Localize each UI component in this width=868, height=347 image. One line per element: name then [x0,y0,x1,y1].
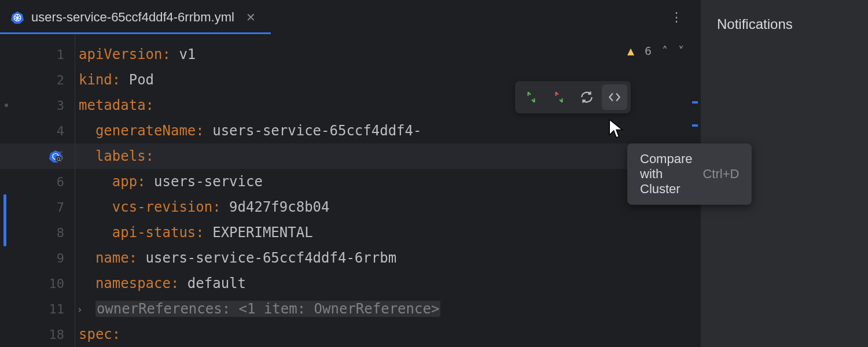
gutter-line[interactable]: 2 [0,67,75,93]
line-number: 6 [57,175,64,189]
yaml-value: users-service [154,174,263,190]
notifications-title: Notifications [717,16,852,32]
code-line[interactable]: api-status: EXPERIMENTAL [75,220,700,245]
yaml-value: users-service-65ccf4ddf4- [212,123,421,139]
scroll-mark [692,124,698,127]
gutter-line[interactable]: 7 [0,194,75,220]
breakpoint-dot [5,104,8,107]
yaml-key: namespace [95,275,171,291]
yaml-value: v1 [179,46,196,62]
kubernetes-line-icon[interactable] [49,149,62,163]
gutter: 1 2 3 4 5 6 7 8 9 10 11› 18 [0,35,75,347]
line-number: 1 [57,47,64,62]
code-line[interactable]: app: users-service [75,169,700,194]
yaml-value: users-service-65ccf4ddf4-6rrbm [146,250,396,266]
warning-count: 6 [645,44,652,58]
gutter-line[interactable]: 9 [0,245,75,271]
inspection-widget[interactable]: ▲ 6 ˄ ˅ [627,44,684,58]
tooltip-label: Compare with Cluster [640,152,692,197]
yaml-key: generateName [95,123,196,139]
line-number: 3 [57,98,64,113]
kubernetes-toolbar [515,81,631,113]
code-line[interactable]: ownerReferences: <1 item: OwnerReference… [75,296,700,322]
yaml-value: EXPERIMENTAL [212,224,312,241]
gutter-line[interactable]: 6 [0,169,75,194]
yaml-key: metadata [79,97,146,113]
tooltip-shortcut: Ctrl+D [703,167,739,182]
scroll-mark [692,101,698,104]
yaml-key: labels [95,148,146,164]
yaml-value: default [187,275,246,291]
line-number: 9 [57,251,64,265]
yaml-key: kind [79,72,112,88]
tab-filename: users-service-65ccf4ddf4-6rrbm.yml [31,10,234,25]
pull-from-cluster-button[interactable] [546,84,572,110]
code-line[interactable]: labels: [75,143,700,169]
line-number: 10 [49,276,65,291]
gutter-line[interactable]: 8 [0,220,75,245]
gutter-line[interactable]: 3 [0,93,75,118]
yaml-collapsed[interactable]: <1 item: OwnerReference> [239,301,440,317]
line-number: 8 [57,226,64,240]
code-line[interactable]: generateName: users-service-65ccf4ddf4- [75,118,700,143]
code-line[interactable]: namespace: default [75,271,700,296]
chevron-up-icon[interactable]: ˄ [662,44,668,58]
gutter-line[interactable]: 11› [0,296,75,322]
tooltip: Compare with Cluster Ctrl+D [627,143,752,205]
push-to-cluster-button[interactable] [518,84,544,110]
warning-icon: ▲ [627,44,634,58]
yaml-value: 9d427f9c8b04 [229,199,329,215]
line-number: 2 [57,73,64,87]
line-number: 4 [57,124,64,138]
code-line[interactable]: vcs-revision: 9d427f9c8b04 [75,194,700,220]
chevron-down-icon[interactable]: ˅ [678,44,684,58]
file-tab[interactable]: users-service-65ccf4ddf4-6rrbm.yml ✕ [0,0,271,34]
close-tab-button[interactable]: ✕ [241,8,260,27]
yaml-key: ownerReferences [97,301,222,317]
editor-area: users-service-65ccf4ddf4-6rrbm.yml ✕ ⋮ 1… [0,0,700,347]
line-number: 7 [57,200,64,215]
gutter-line[interactable]: 10 [0,271,75,296]
gutter-line[interactable]: 18 [0,322,75,347]
editor-body: 1 2 3 4 5 6 7 8 9 10 11› 18 apiVersion: … [0,35,700,347]
refresh-button[interactable] [574,84,599,110]
kubernetes-icon [10,10,24,24]
yaml-key: vcs-revision [112,199,212,215]
yaml-key: apiVersion [79,46,163,62]
yaml-key: app [112,174,137,190]
tab-more-menu[interactable]: ⋮ [663,5,691,29]
line-number: 11 [49,302,65,316]
code-area[interactable]: apiVersion: v1 kind: Pod metadata: gener… [75,35,700,347]
code-line[interactable]: name: users-service-65ccf4ddf4-6rrbm [75,245,700,271]
gutter-line[interactable]: 5 [0,143,75,169]
yaml-key: name [95,250,129,266]
tab-bar: users-service-65ccf4ddf4-6rrbm.yml ✕ ⋮ [0,0,700,35]
compare-with-cluster-button[interactable] [602,84,627,110]
yaml-key: api-status [112,224,196,241]
code-line[interactable]: spec: [75,322,700,347]
code-line[interactable]: apiVersion: v1 [75,42,700,67]
yaml-key: spec [79,326,112,342]
yaml-value: Pod [129,72,154,88]
mouse-cursor-icon [608,118,625,142]
line-number: 18 [49,327,65,342]
gutter-line[interactable]: 4 [0,118,75,143]
gutter-line[interactable]: 1 [0,42,75,67]
